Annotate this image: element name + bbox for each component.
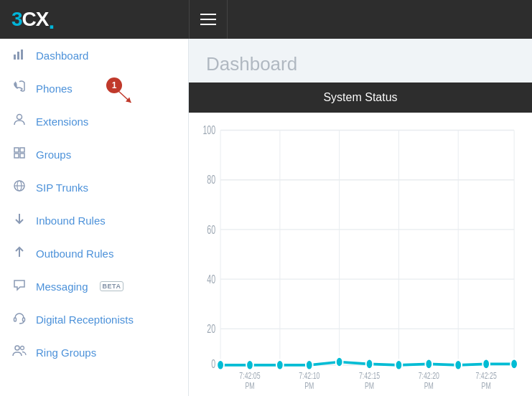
svg-point-37: [217, 360, 224, 370]
grid-icon: [11, 146, 27, 162]
svg-text:0: 0: [211, 358, 215, 371]
logo-area: 3CX.: [0, 8, 189, 31]
svg-text:7:42:20: 7:42:20: [419, 370, 439, 380]
people-icon: [11, 344, 27, 360]
sidebar-item-digital-receptionists[interactable]: Digital Receptionists: [0, 303, 188, 336]
beta-badge: BETA: [100, 281, 124, 291]
page-title-bar: Dashboard: [189, 39, 532, 82]
sidebar-item-label: Phones: [36, 82, 73, 95]
svg-rect-1: [17, 52, 19, 60]
sidebar-item-label: Messaging: [36, 280, 88, 293]
svg-point-45: [454, 360, 462, 370]
svg-point-47: [510, 359, 518, 369]
hamburger-icon: [200, 14, 216, 25]
svg-marker-4: [126, 98, 131, 103]
chat-icon: [11, 278, 27, 294]
sidebar-item-ring-groups[interactable]: Ring Groups: [0, 336, 188, 369]
svg-rect-2: [21, 50, 23, 60]
sidebar-item-inbound-rules[interactable]: Inbound Rules: [0, 204, 188, 237]
logo-dot: .: [48, 8, 54, 34]
sidebar-item-label: SIP Trunks: [36, 182, 88, 194]
svg-text:PM: PM: [482, 380, 491, 389]
headset-icon: [11, 311, 27, 327]
svg-text:60: 60: [207, 224, 215, 237]
svg-point-18: [21, 346, 24, 350]
globe-icon: [11, 179, 27, 195]
phone-icon: [11, 80, 27, 96]
sidebar-item-label: Extensions: [36, 116, 88, 128]
system-status-label: System Status: [323, 91, 397, 103]
chart-area: 100 80 60 40 20 0: [189, 113, 532, 396]
sidebar-item-label: Inbound Rules: [36, 214, 106, 227]
svg-point-40: [306, 360, 313, 370]
svg-point-39: [276, 360, 284, 370]
svg-rect-0: [14, 55, 16, 60]
bar-chart-icon: [11, 47, 27, 63]
top-bar: 3CX.: [0, 0, 532, 39]
logo: 3CX.: [11, 8, 54, 31]
page-title: Dashboard: [206, 53, 515, 75]
arrow-up-icon: [11, 245, 27, 261]
chart-container: System Status 100 80 60 40 20 0: [189, 82, 532, 396]
chart-svg: 100 80 60 40 20 0: [196, 120, 518, 389]
svg-text:PM: PM: [424, 380, 434, 389]
sidebar-item-label: Digital Receptionists: [36, 314, 134, 326]
svg-text:7:42:25: 7:42:25: [476, 370, 497, 380]
svg-text:80: 80: [207, 174, 215, 187]
sidebar-item-label: Ring Groups: [36, 346, 96, 359]
sidebar-item-label: Dashboard: [36, 50, 88, 62]
svg-text:7:42:15: 7:42:15: [359, 370, 380, 380]
svg-text:7:42:05: 7:42:05: [239, 370, 260, 380]
system-status-bar: System Status: [189, 82, 532, 113]
sidebar: Dashboard Phones 1: [0, 39, 189, 396]
sidebar-item-phones[interactable]: Phones 1: [0, 72, 188, 105]
svg-text:PM: PM: [304, 380, 314, 389]
svg-text:7:42:10: 7:42:10: [299, 370, 319, 380]
sidebar-item-outbound-rules[interactable]: Outbound Rules: [0, 237, 188, 270]
svg-point-42: [366, 359, 373, 369]
svg-rect-6: [14, 148, 19, 152]
logo-3: 3: [11, 8, 22, 30]
svg-rect-7: [20, 148, 24, 152]
svg-point-5: [17, 115, 22, 120]
person-icon: [11, 113, 27, 129]
svg-rect-8: [14, 154, 19, 158]
svg-text:40: 40: [207, 273, 215, 286]
logo-cx: CX: [22, 8, 49, 30]
sidebar-item-dashboard[interactable]: Dashboard: [0, 39, 188, 72]
svg-rect-9: [20, 154, 24, 158]
svg-text:20: 20: [207, 323, 215, 336]
svg-text:PM: PM: [245, 380, 254, 389]
main-layout: Dashboard Phones 1: [0, 39, 532, 396]
svg-rect-16: [23, 318, 25, 321]
svg-text:PM: PM: [365, 380, 374, 389]
svg-rect-15: [14, 318, 17, 321]
svg-point-43: [396, 360, 403, 370]
sidebar-item-messaging[interactable]: Messaging BETA: [0, 270, 188, 303]
sidebar-item-sip-trunks[interactable]: SIP Trunks: [0, 171, 188, 204]
phones-badge: 1: [106, 77, 122, 93]
svg-point-17: [15, 346, 19, 350]
sidebar-item-groups[interactable]: Groups: [0, 138, 188, 171]
svg-text:100: 100: [202, 124, 215, 137]
svg-point-41: [336, 357, 343, 367]
svg-point-44: [425, 359, 432, 369]
hamburger-button[interactable]: [189, 0, 228, 39]
sidebar-item-extensions[interactable]: Extensions: [0, 105, 188, 138]
svg-point-46: [482, 359, 490, 369]
content-area: Dashboard System Status 100 80 60 40 20 …: [189, 39, 532, 396]
sidebar-item-label: Groups: [36, 148, 71, 161]
sidebar-item-label: Outbound Rules: [36, 248, 113, 260]
svg-point-38: [246, 360, 253, 370]
arrow-down-icon: [11, 212, 27, 228]
svg-line-3: [118, 90, 131, 103]
